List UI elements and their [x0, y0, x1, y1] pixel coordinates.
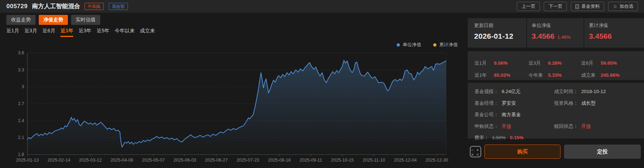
period-5y[interactable]: 近5年: [97, 28, 109, 36]
period-3m[interactable]: 近3月: [25, 28, 37, 36]
svg-text:2025-06-03: 2025-06-03: [173, 158, 196, 163]
svg-text:2025-04-08: 2025-04-08: [111, 158, 133, 163]
svg-text:2025-11-10: 2025-11-10: [363, 158, 385, 163]
fund-company: 基金公司：南方基金: [474, 112, 554, 118]
founded-date: 成立时间：2018-10-12: [554, 88, 644, 95]
fund-details-card: 基金规模：6.24亿元 成立时间：2018-10-12 基金经理：罗安安 投资风…: [468, 83, 644, 139]
perf-cell: 近3月6.28%: [528, 60, 581, 66]
fund-name: 南方人工智能混合: [32, 2, 80, 10]
purchase-status: 申购状态：开放: [474, 123, 554, 130]
acc-nav-block: 累计净值 3.4566: [584, 18, 644, 48]
svg-text:2025-05-07: 2025-05-07: [142, 158, 165, 163]
acc-nav-label: 累计净值: [589, 22, 644, 29]
unit-nav-label: 单位净值: [532, 22, 584, 29]
tab-nav-trend[interactable]: 净值走势: [39, 15, 68, 25]
unit-nav-change: 1.46%: [557, 34, 570, 40]
period-6m[interactable]: 近6月: [43, 28, 55, 36]
performance-row: 近1月6.56% 近3月6.28% 近6月59.65%: [468, 57, 644, 69]
fee-rate: 费率：1.50%0.15%: [474, 135, 554, 141]
svg-text:2.1: 2.1: [18, 135, 24, 140]
svg-text:2025-10-15: 2025-10-15: [331, 158, 354, 163]
unit-nav-value: 3.4566: [532, 32, 554, 40]
fund-manager: 基金经理：罗安安: [474, 100, 554, 107]
fee-new-value: 0.15%: [510, 135, 524, 140]
nav-summary-card: 更新日期 2026-01-12 单位净值 3.4566 1.46% 累计净值 3…: [468, 18, 644, 48]
details-row: 基金规模：6.24亿元 成立时间：2018-10-12: [468, 86, 644, 97]
details-row: 基金公司：南方基金: [468, 109, 644, 120]
perf-cell: 成立来245.66%: [581, 72, 644, 78]
period-selector: 近1月 近3月 近6月 近1年 近3年 近5年 今年以来 成立来: [6, 28, 155, 36]
tab-return-trend[interactable]: 收益走势: [6, 15, 36, 25]
svg-text:2025-12-04: 2025-12-04: [394, 158, 417, 163]
svg-text:2025-03-12: 2025-03-12: [79, 158, 102, 163]
svg-text:2025-07-23: 2025-07-23: [236, 158, 259, 163]
details-row: 费率：1.50%0.15%: [468, 132, 644, 143]
period-1y[interactable]: 近1年: [60, 28, 73, 36]
svg-text:2.4: 2.4: [18, 118, 24, 123]
period-inception[interactable]: 成立来: [140, 28, 155, 36]
fund-scale: 基金规模：6.24亿元: [474, 88, 554, 95]
view-tabs: 收益走势 净值走势 实时估值: [6, 15, 100, 25]
period-3y[interactable]: 近3年: [79, 28, 91, 36]
svg-text:3: 3: [22, 84, 24, 89]
update-date-label: 更新日期: [474, 22, 526, 29]
fund-title-group: 005729 南方人工智能混合 中风险 混合型: [6, 2, 128, 10]
update-date-block: 更新日期 2026-01-12: [468, 18, 526, 48]
svg-text:2025-12-30: 2025-12-30: [425, 158, 448, 163]
fund-type-badge: 混合型: [109, 3, 128, 10]
risk-level-badge: 中风险: [85, 3, 104, 10]
performance-row: 近1年65.02% 今年来5.33% 成立来245.66%: [468, 69, 644, 81]
details-row: 申购状态：开放 赎回状态：开放: [468, 120, 644, 132]
period-ytd[interactable]: 今年以来: [115, 28, 135, 36]
redeem-status-value: 开放: [581, 124, 591, 129]
perf-cell: 今年来5.33%: [528, 72, 581, 78]
perf-cell: 近6月59.65%: [581, 60, 644, 66]
update-date-value: 2026-01-12: [474, 32, 513, 40]
period-1m[interactable]: 近1月: [6, 28, 19, 36]
acc-nav-value: 3.4566: [589, 32, 612, 40]
buy-button[interactable]: 购买: [484, 145, 560, 159]
performance-card: 近1月6.56% 近3月6.28% 近6月59.65% 近1年65.02% 今年…: [468, 51, 644, 80]
invest-style: 投资风格：成长型: [554, 100, 644, 107]
svg-text:2025-02-14: 2025-02-14: [48, 158, 70, 163]
fee-old-value: 1.50%: [492, 135, 506, 140]
svg-text:2025-06-27: 2025-06-27: [205, 158, 228, 163]
fund-code: 005729: [6, 3, 28, 10]
perf-cell: 近1年65.02%: [474, 72, 528, 78]
redeem-status: 赎回状态：开放: [554, 123, 644, 130]
svg-text:2025-08-18: 2025-08-18: [268, 158, 291, 163]
nav-line-chart[interactable]: 3.63.332.72.42.11.82025-01-132025-02-142…: [0, 37, 469, 168]
svg-text:2025-01-13: 2025-01-13: [16, 158, 39, 163]
svg-text:3.3: 3.3: [18, 67, 24, 72]
svg-text:1.8: 1.8: [18, 152, 24, 157]
perf-cell: 近1月6.56%: [474, 60, 528, 66]
svg-text:2025-09-11: 2025-09-11: [300, 158, 322, 163]
details-row: 基金经理：罗安安 投资风格：成长型: [468, 97, 644, 109]
purchase-status-value: 开放: [502, 124, 511, 129]
fund-summary-panel: 更新日期 2026-01-12 单位净值 3.4566 1.46% 累计净值 3…: [468, 0, 644, 168]
auto-invest-button[interactable]: 定投: [564, 145, 641, 159]
tab-realtime-estimate[interactable]: 实时估值: [71, 15, 100, 25]
calculator-icon[interactable]: − +× =: [470, 146, 481, 157]
svg-text:3.6: 3.6: [18, 50, 24, 55]
unit-nav-block: 单位净值 3.4566 1.46%: [526, 18, 584, 48]
svg-text:2.7: 2.7: [18, 101, 24, 106]
